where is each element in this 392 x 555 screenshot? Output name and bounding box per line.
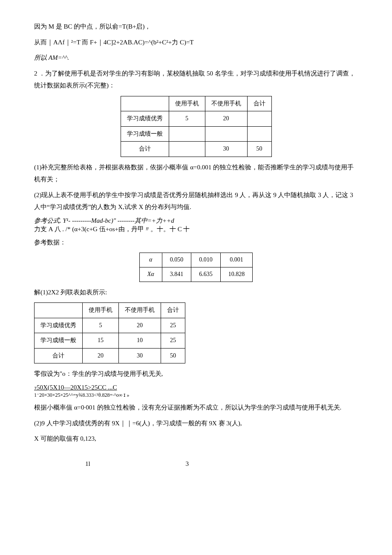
t3-r1-c3: 25 bbox=[161, 318, 185, 333]
table-incomplete-contingency: 使用手机 不使用手机 合计 学习成绩优秀 5 20 学习成绩一般 合计 30 5… bbox=[121, 96, 272, 157]
solution-1-label: 解(1)2X2 列联表如表所示: bbox=[34, 286, 358, 299]
t1-r3-label: 合计 bbox=[121, 142, 169, 157]
footer-right: 3 bbox=[185, 458, 189, 470]
t1-r1-c2: 20 bbox=[205, 111, 247, 127]
t3-h-total: 合计 bbox=[161, 303, 185, 318]
t1-r2-c3 bbox=[247, 126, 271, 142]
t3-r1-c1: 5 bbox=[83, 318, 119, 333]
t3-r2-c2: 10 bbox=[119, 333, 161, 349]
t1-r2-c1 bbox=[169, 126, 205, 142]
t1-r3-c3: 50 bbox=[247, 142, 271, 157]
t3-r3-c3: 50 bbox=[161, 348, 185, 363]
t2-r1-c1: 0.050 bbox=[162, 253, 191, 267]
t1-h-total: 合计 bbox=[247, 96, 271, 111]
t3-h-use: 使用手机 bbox=[83, 303, 119, 318]
problem-2-stem: 2 ．为了解使用手机是否对学生的学习有影响，某校随机抽取 50 名学生，对学习成… bbox=[34, 67, 358, 92]
formula-text-1: 参考公式. Y¹- ---------Mad-bc)" --------其中=+… bbox=[34, 217, 174, 224]
x-values: X 可能的取值有 0,123, bbox=[34, 433, 358, 445]
t1-r1-c3 bbox=[247, 111, 271, 127]
null-hypothesis-text: 零假设为"o：学生的学习成绩与使用手机无关, bbox=[34, 368, 358, 380]
t2-r2-c2: 6.635 bbox=[191, 267, 221, 282]
paragraph-formula-1: 从而｜AΛf｜²=T 而 F+｜4C]2+2AΒ.AC)=^(b²+C²+力 C… bbox=[34, 36, 358, 49]
t1-r1-c1: 5 bbox=[169, 111, 205, 127]
table-reference-alpha: α 0.050 0.010 0.001 Xα 3.841 6.635 10.82… bbox=[139, 253, 253, 282]
t3-h-blank bbox=[35, 303, 83, 318]
t2-r1-c3: 0.001 bbox=[220, 253, 253, 267]
t3-r3-c2: 30 bbox=[119, 348, 161, 363]
t2-r1-c2: 0.010 bbox=[191, 253, 221, 267]
calc-underlined: ₇50X(5X10—20X15>25CC ...C bbox=[34, 384, 117, 391]
t1-r3-c1 bbox=[169, 142, 205, 157]
t2-h-alpha: α bbox=[139, 253, 162, 267]
t1-r1-label: 学习成绩优秀 bbox=[121, 111, 169, 127]
paragraph-mid-bc: 因为 M 是 BC 的中点，所以俞=T(B+启)， bbox=[34, 20, 358, 33]
t3-r2-label: 学习成绩一般 bbox=[35, 333, 83, 349]
t1-r3-c2: 30 bbox=[205, 142, 247, 157]
t3-r3-label: 合计 bbox=[35, 348, 83, 363]
t3-r1-c2: 20 bbox=[119, 318, 161, 333]
t3-r2-c1: 15 bbox=[83, 333, 119, 349]
calc-line-1: ₇50X(5X10—20X15>25CC ...C bbox=[34, 384, 358, 391]
t1-h-nouse: 不使用手机 bbox=[205, 96, 247, 111]
page-footer: 1l 3 bbox=[34, 458, 358, 470]
t2-r2-c3: 10.828 bbox=[220, 267, 253, 282]
subquestion-2: (2)现从上表不使用手机的学生中按学习成绩是否优秀分层随机抽样选出 9 人，再从… bbox=[34, 189, 358, 213]
t1-h-blank bbox=[121, 96, 169, 111]
t2-r2-c1: 3.841 bbox=[162, 267, 191, 282]
reference-formula-line-1: 参考公式. Y¹- ---------Mad-bc)" --------其中=+… bbox=[34, 217, 358, 224]
independence-conclusion: 根据小概率值 α=0·001 的独立性检验，没有充分证据推断为不成立，所以认为学… bbox=[34, 401, 358, 414]
reference-formula-line-2: 力支 A 八 . /* (α+3(c+G 伍+os+由，丹甲〃。十。十 C 十 bbox=[34, 225, 358, 233]
t1-r2-label: 学习成绩一般 bbox=[121, 126, 169, 142]
part-2-counts: (2)9 人中学习成绩优秀的有 9X｜｜=6(人)，学习成绩一般的有 9X 赛 … bbox=[34, 417, 358, 430]
t2-h-xalpha: Xα bbox=[139, 267, 162, 282]
t3-r3-c1: 20 bbox=[83, 348, 119, 363]
t3-r2-c3: 25 bbox=[161, 333, 185, 349]
reference-data-label: 参考数据： bbox=[34, 236, 358, 249]
t1-r2-c2 bbox=[205, 126, 247, 142]
t3-r1-label: 学习成绩优秀 bbox=[35, 318, 83, 333]
t3-h-nouse: 不使用手机 bbox=[119, 303, 161, 318]
t1-h-use: 使用手机 bbox=[169, 96, 205, 111]
footer-left: 1l bbox=[85, 458, 90, 470]
subquestion-1: (1)补充完整所给表格，并根据表格数据，依据小概率值 α=0.001 的独立性检… bbox=[34, 161, 358, 186]
paragraph-am-result: 所以 AM=^^. bbox=[34, 52, 358, 64]
calc-line-2: 1⁻20×30×25×25^^=y¾8.333<¹θ.828=·^o∞ ɪ » bbox=[34, 392, 358, 398]
table-full-contingency: 使用手机 不使用手机 合计 学习成绩优秀 5 20 25 学习成绩一般 15 1… bbox=[34, 302, 185, 363]
